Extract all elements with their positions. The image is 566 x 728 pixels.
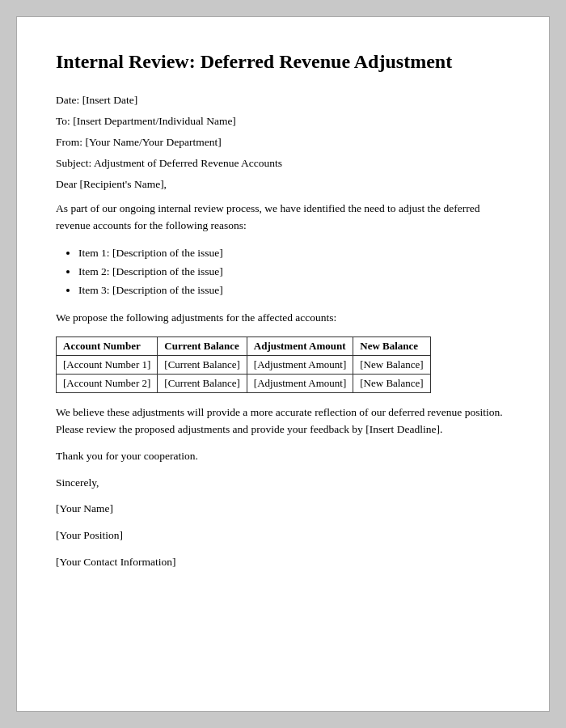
meta-to: To: [Insert Department/Individual Name] [56, 115, 510, 128]
date-label: Date: [56, 94, 82, 106]
cell-current-1: [Current Balance] [158, 355, 247, 374]
cell-account-2: [Account Number 2] [57, 374, 158, 392]
col-header-new: New Balance [353, 336, 430, 355]
to-value: [Insert Department/Individual Name] [73, 115, 236, 127]
sincerely: Sincerely, [56, 475, 510, 492]
cell-account-1: [Account Number 1] [57, 355, 158, 374]
intro-paragraph: As part of our ongoing internal review p… [56, 201, 510, 235]
col-header-current: Current Balance [158, 336, 247, 355]
bullet-list: Item 1: [Description of the issue] Item … [78, 244, 510, 300]
closing-para-2: Thank you for your cooperation. [56, 448, 510, 465]
table-row: [Account Number 2] [Current Balance] [Ad… [57, 374, 431, 392]
list-item: Item 2: [Description of the issue] [78, 263, 510, 281]
cell-adjustment-2: [Adjustment Amount] [247, 374, 353, 392]
subject-value: Adjustment of Deferred Revenue Accounts [94, 157, 282, 169]
subject-label: Subject: [56, 157, 94, 169]
meta-from: From: [Your Name/Your Department] [56, 136, 510, 149]
to-label: To: [56, 115, 73, 127]
cell-adjustment-1: [Adjustment Amount] [247, 355, 353, 374]
document-title: Internal Review: Deferred Revenue Adjust… [56, 49, 510, 74]
cell-new-1: [New Balance] [353, 355, 430, 374]
table-intro: We propose the following adjustments for… [56, 310, 510, 327]
from-value: [Your Name/Your Department] [85, 136, 221, 148]
document: Internal Review: Deferred Revenue Adjust… [16, 16, 550, 712]
table-row: [Account Number 1] [Current Balance] [Ad… [57, 355, 431, 374]
your-name: [Your Name] [56, 501, 510, 518]
cell-new-2: [New Balance] [353, 374, 430, 392]
from-label: From: [56, 136, 85, 148]
salutation: Dear [Recipient's Name], [56, 178, 510, 191]
your-contact: [Your Contact Information] [56, 554, 510, 571]
cell-current-2: [Current Balance] [158, 374, 247, 392]
list-item: Item 3: [Description of the issue] [78, 281, 510, 300]
list-item: Item 1: [Description of the issue] [78, 244, 510, 263]
meta-subject: Subject: Adjustment of Deferred Revenue … [56, 157, 510, 170]
date-value: [Insert Date] [82, 94, 138, 106]
closing-para-1: We believe these adjustments will provid… [56, 404, 510, 438]
col-header-adjustment: Adjustment Amount [247, 336, 353, 355]
adjustments-table-wrapper: Account Number Current Balance Adjustmen… [56, 336, 510, 393]
table-header-row: Account Number Current Balance Adjustmen… [57, 336, 431, 355]
meta-date: Date: [Insert Date] [56, 94, 510, 107]
col-header-account: Account Number [57, 336, 158, 355]
closing-section: We believe these adjustments will provid… [56, 404, 510, 571]
adjustments-table: Account Number Current Balance Adjustmen… [56, 336, 431, 393]
your-position: [Your Position] [56, 527, 510, 544]
